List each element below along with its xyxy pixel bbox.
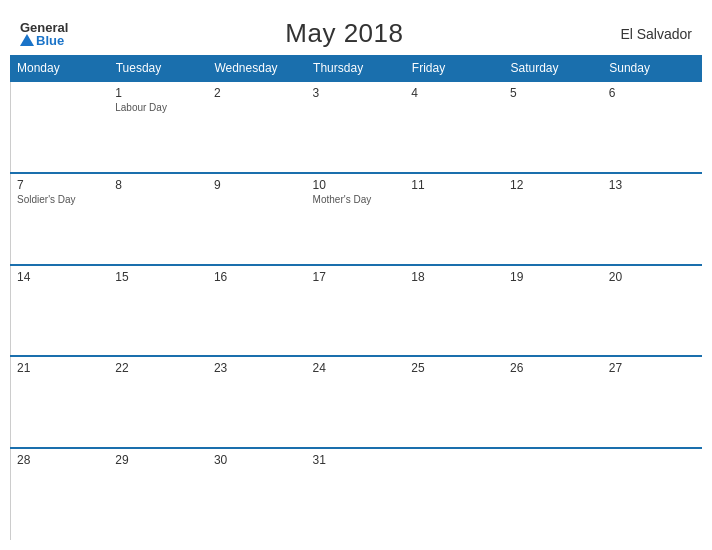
day-number: 23 (214, 361, 301, 375)
weekday-header-saturday: Saturday (504, 56, 603, 82)
day-number: 24 (313, 361, 400, 375)
day-number: 6 (609, 86, 696, 100)
weekday-header-wednesday: Wednesday (208, 56, 307, 82)
weekday-header-tuesday: Tuesday (109, 56, 208, 82)
day-number: 2 (214, 86, 301, 100)
calendar-cell: 29 (109, 448, 208, 540)
weekday-header-monday: Monday (11, 56, 110, 82)
calendar-cell (11, 81, 110, 173)
calendar-cell: 11 (405, 173, 504, 265)
logo-blue-text: Blue (20, 34, 68, 47)
logo: General Blue (20, 21, 68, 47)
day-number: 8 (115, 178, 202, 192)
calendar-cell: 28 (11, 448, 110, 540)
calendar-cell: 16 (208, 265, 307, 357)
calendar-week-row: 14151617181920 (11, 265, 702, 357)
calendar-week-row: 28293031 (11, 448, 702, 540)
day-number: 11 (411, 178, 498, 192)
calendar-cell: 3 (307, 81, 406, 173)
day-number: 26 (510, 361, 597, 375)
day-number: 5 (510, 86, 597, 100)
calendar-cell: 12 (504, 173, 603, 265)
calendar-cell: 17 (307, 265, 406, 357)
calendar-cell: 21 (11, 356, 110, 448)
calendar-title: May 2018 (285, 18, 403, 49)
day-number: 3 (313, 86, 400, 100)
calendar-cell: 14 (11, 265, 110, 357)
calendar-cell (504, 448, 603, 540)
calendar-cell: 6 (603, 81, 702, 173)
calendar-cell: 7Soldier's Day (11, 173, 110, 265)
calendar-week-row: 7Soldier's Day8910Mother's Day111213 (11, 173, 702, 265)
day-number: 10 (313, 178, 400, 192)
weekday-header-friday: Friday (405, 56, 504, 82)
logo-general-text: General (20, 21, 68, 34)
day-number: 25 (411, 361, 498, 375)
calendar-cell: 27 (603, 356, 702, 448)
weekday-header-sunday: Sunday (603, 56, 702, 82)
logo-triangle-icon (20, 34, 34, 46)
calendar-cell: 24 (307, 356, 406, 448)
holiday-label: Soldier's Day (17, 194, 103, 205)
day-number: 4 (411, 86, 498, 100)
day-number: 19 (510, 270, 597, 284)
day-number: 20 (609, 270, 696, 284)
calendar-cell: 4 (405, 81, 504, 173)
weekday-header-row: MondayTuesdayWednesdayThursdayFridaySatu… (11, 56, 702, 82)
country-label: El Salvador (620, 26, 692, 42)
holiday-label: Labour Day (115, 102, 202, 113)
day-number: 16 (214, 270, 301, 284)
calendar-cell: 5 (504, 81, 603, 173)
calendar-cell: 18 (405, 265, 504, 357)
calendar-cell: 9 (208, 173, 307, 265)
calendar-cell: 20 (603, 265, 702, 357)
holiday-label: Mother's Day (313, 194, 400, 205)
day-number: 30 (214, 453, 301, 467)
day-number: 13 (609, 178, 696, 192)
calendar-cell: 26 (504, 356, 603, 448)
day-number: 9 (214, 178, 301, 192)
day-number: 31 (313, 453, 400, 467)
calendar-cell: 8 (109, 173, 208, 265)
calendar-cell (603, 448, 702, 540)
calendar-cell: 25 (405, 356, 504, 448)
calendar-cell: 23 (208, 356, 307, 448)
calendar-week-row: 21222324252627 (11, 356, 702, 448)
day-number: 21 (17, 361, 103, 375)
day-number: 14 (17, 270, 103, 284)
day-number: 29 (115, 453, 202, 467)
calendar-table: MondayTuesdayWednesdayThursdayFridaySatu… (10, 55, 702, 540)
calendar-cell (405, 448, 504, 540)
day-number: 1 (115, 86, 202, 100)
calendar-cell: 19 (504, 265, 603, 357)
day-number: 15 (115, 270, 202, 284)
day-number: 28 (17, 453, 103, 467)
calendar-cell: 1Labour Day (109, 81, 208, 173)
calendar-cell: 31 (307, 448, 406, 540)
day-number: 12 (510, 178, 597, 192)
calendar-cell: 15 (109, 265, 208, 357)
weekday-header-thursday: Thursday (307, 56, 406, 82)
calendar-cell: 13 (603, 173, 702, 265)
calendar-week-row: 1Labour Day23456 (11, 81, 702, 173)
calendar-cell: 2 (208, 81, 307, 173)
day-number: 18 (411, 270, 498, 284)
calendar-header: General Blue May 2018 El Salvador (10, 10, 702, 55)
day-number: 22 (115, 361, 202, 375)
day-number: 7 (17, 178, 103, 192)
day-number: 27 (609, 361, 696, 375)
calendar-cell: 30 (208, 448, 307, 540)
day-number: 17 (313, 270, 400, 284)
calendar-cell: 22 (109, 356, 208, 448)
calendar-cell: 10Mother's Day (307, 173, 406, 265)
